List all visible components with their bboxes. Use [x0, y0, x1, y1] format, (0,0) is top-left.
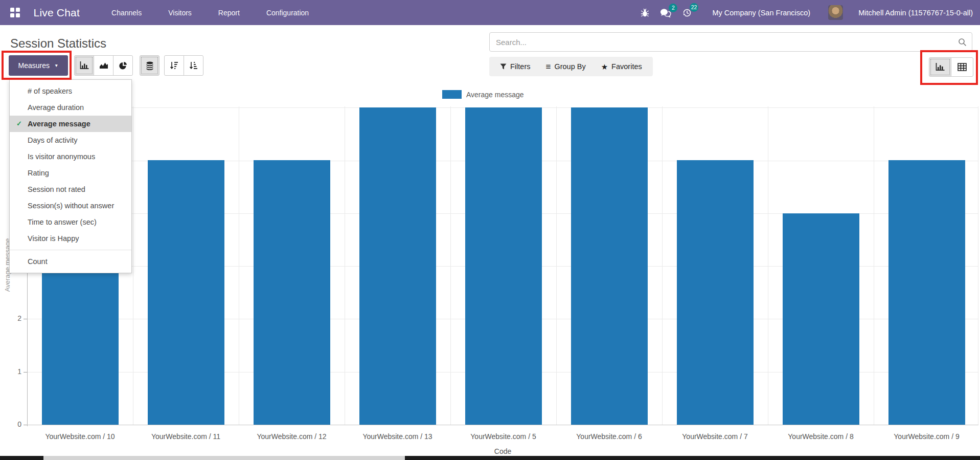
v-gridline	[874, 106, 874, 425]
bar-2[interactable]	[148, 160, 224, 425]
v-gridline	[133, 106, 133, 425]
check-icon: ✓	[16, 116, 22, 132]
x-tick-label: YourWebsite.com / 5	[450, 432, 556, 441]
x-tick-label: YourWebsite.com / 10	[27, 432, 133, 441]
x-tick-label: YourWebsite.com / 6	[556, 432, 662, 441]
v-gridline	[239, 106, 239, 425]
chart-legend[interactable]: Average message	[442, 90, 524, 99]
x-tick-label: YourWebsite.com / 8	[768, 432, 874, 441]
bar-7[interactable]	[677, 160, 754, 425]
v-gridline	[450, 106, 451, 425]
bar-1[interactable]	[42, 271, 119, 425]
measure-item[interactable]: Rating	[10, 165, 131, 181]
measure-item[interactable]: Visitor is Happy	[10, 230, 131, 247]
x-axis-title: Code	[27, 447, 978, 455]
measure-item[interactable]: Session(s) without answer	[10, 198, 131, 214]
y-tick-label: 0	[6, 420, 21, 428]
bar-chart: Average message Average message Code 012…	[0, 0, 980, 460]
v-gridline	[662, 106, 663, 425]
x-axis-line	[27, 425, 978, 425]
y-tick-label: 1	[6, 367, 21, 376]
legend-label: Average message	[466, 91, 524, 99]
measure-item[interactable]: Days of activity	[10, 132, 131, 148]
measures-dropdown: # of speakersAverage duration✓Average me…	[9, 79, 132, 273]
measure-item-count[interactable]: Count	[10, 253, 131, 270]
v-gridline	[978, 106, 978, 425]
measure-item[interactable]: Is visitor anonymous	[10, 148, 131, 165]
measure-item[interactable]: # of speakers	[10, 83, 131, 99]
y-tick-mark	[24, 319, 27, 319]
v-gridline	[345, 106, 345, 425]
bar-6[interactable]	[571, 107, 648, 425]
x-tick-label: YourWebsite.com / 13	[345, 432, 450, 441]
v-gridline	[556, 106, 557, 425]
y-tick-mark	[24, 425, 27, 425]
y-tick-mark	[24, 372, 27, 373]
dropdown-divider	[10, 250, 131, 250]
measure-item[interactable]: Average duration	[10, 99, 131, 116]
legend-swatch	[442, 90, 462, 99]
bar-8[interactable]	[783, 213, 859, 425]
x-tick-label: YourWebsite.com / 11	[133, 432, 239, 441]
y-tick-label: 2	[6, 314, 21, 322]
bar-5[interactable]	[465, 107, 542, 425]
livechat-report-page: Live Chat ChannelsVisitorsReportConfigur…	[0, 0, 980, 460]
x-tick-label: YourWebsite.com / 7	[662, 432, 768, 441]
measure-item[interactable]: Session not rated	[10, 181, 131, 198]
bar-3[interactable]	[254, 160, 330, 425]
bar-4[interactable]	[359, 107, 436, 425]
x-tick-label: YourWebsite.com / 12	[239, 432, 345, 441]
measure-item[interactable]: ✓Average message	[10, 116, 131, 132]
x-tick-label: YourWebsite.com / 9	[874, 432, 979, 441]
v-gridline	[768, 106, 768, 425]
bar-9[interactable]	[888, 160, 965, 425]
measure-item[interactable]: Time to answer (sec)	[10, 214, 131, 230]
